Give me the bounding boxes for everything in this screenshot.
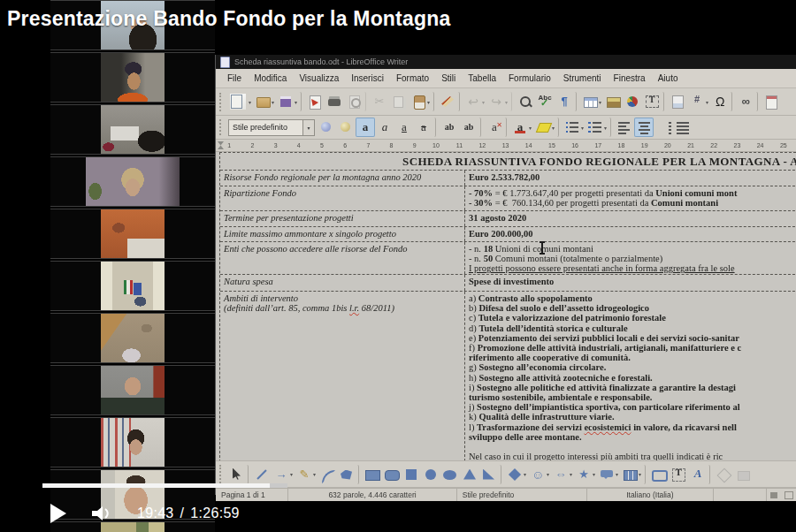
play-button[interactable] [50, 504, 66, 523]
double-arrow-icon[interactable]: ⇔ ▾ [551, 465, 574, 484]
arrow-icon[interactable]: → ▾ [272, 465, 295, 484]
menu-item[interactable]: Inserisci [345, 72, 390, 85]
menu-item[interactable]: Strumenti [557, 72, 608, 85]
align-center-icon[interactable] [634, 118, 654, 137]
copy-icon[interactable] [389, 92, 409, 111]
freeform-line-icon[interactable]: ✎ ▾ [295, 465, 318, 484]
toolbar-drag-handle[interactable] [219, 119, 224, 135]
ruler-number: 22 [702, 142, 725, 148]
video-progress-bar[interactable] [0, 483, 796, 488]
ruler-number: 23 [725, 142, 748, 148]
progress-played[interactable] [42, 483, 270, 488]
participant-2 [50, 52, 215, 103]
formatting-marks-icon[interactable]: ¶ [555, 92, 577, 111]
draw-textbox-icon[interactable]: T [669, 465, 688, 484]
right-triangle-icon[interactable] [479, 465, 501, 484]
hyperlink-icon[interactable]: ∞ [736, 92, 758, 111]
cut-icon[interactable]: ✂ [370, 92, 389, 111]
volume-button[interactable] [91, 505, 116, 522]
ruler-number: 2 [239, 142, 262, 148]
align-justify-icon[interactable] [673, 118, 693, 137]
font-color-icon[interactable]: a ▾ [510, 118, 533, 137]
clone-formatting-icon[interactable] [438, 92, 460, 111]
rectangle-icon[interactable] [363, 465, 382, 484]
flowchart-icon[interactable]: ▾ [620, 465, 646, 484]
table-cell: - 70% = € 1.773.647,40 per progetti pres… [465, 186, 796, 210]
special-character-icon[interactable]: Ω [710, 92, 732, 111]
select-arrow-icon[interactable] [226, 465, 249, 484]
menu-item[interactable]: Visualizza [293, 72, 345, 85]
menu-item[interactable]: Formato [390, 72, 435, 85]
italic-icon[interactable]: a [375, 118, 394, 137]
insert-textbox-icon[interactable]: T [642, 92, 664, 111]
menu-item[interactable]: Stili [435, 72, 462, 85]
edit-points-icon[interactable] [714, 465, 733, 484]
export-pdf-icon[interactable] [305, 92, 325, 111]
insert-field-icon[interactable]: # ▾ [687, 92, 710, 111]
toolbar-drag-handle[interactable] [219, 465, 224, 483]
progress-handle[interactable] [270, 483, 287, 488]
menu-item[interactable]: Formulario [502, 72, 557, 85]
line-icon[interactable] [252, 465, 272, 484]
rounded-rectangle-icon[interactable] [382, 465, 402, 484]
new-style-icon[interactable] [336, 118, 356, 137]
paragraph-style-combobox[interactable]: Stile predefinito ▾ [228, 119, 315, 136]
menu-item[interactable]: Finestra [608, 72, 652, 85]
numbered-list-icon[interactable]: ▾ [586, 118, 611, 137]
video-player-frame[interactable]: Presentazione Bando Fondo per la Montagn… [0, 0, 796, 532]
paste-icon[interactable]: ▾ [409, 92, 434, 111]
menu-item[interactable]: Modifica [248, 72, 293, 85]
clear-formatting-icon[interactable]: a [485, 118, 507, 137]
menu-item[interactable]: File [221, 72, 248, 85]
underline-icon[interactable]: a [394, 118, 414, 137]
chevron-down-icon[interactable]: ▾ [302, 120, 314, 135]
bold-icon[interactable]: a [356, 118, 375, 137]
star-icon[interactable]: ★ ▾ [574, 465, 597, 484]
menu-item[interactable]: Tabella [462, 72, 502, 85]
current-time: 19:43 [137, 505, 174, 521]
save-icon[interactable]: ▾ [276, 92, 302, 111]
open-icon[interactable]: ▾ [253, 92, 276, 111]
square-icon[interactable] [402, 465, 421, 484]
menu-item[interactable]: Aiuto [652, 72, 685, 85]
window-titlebar[interactable]: Scheda riassuntiva bando.odt - LibreOffi… [216, 55, 796, 69]
callout-outline-icon[interactable] [649, 465, 669, 484]
insert-table-icon[interactable]: ▾ [580, 92, 603, 111]
ellipse-icon[interactable] [440, 465, 460, 484]
strikethrough-icon[interactable]: a [414, 118, 436, 137]
diamond-icon[interactable]: ▾ [505, 465, 528, 484]
subscript-icon[interactable]: ab [459, 118, 481, 137]
insert-chart-icon[interactable] [623, 92, 642, 111]
table-row: Ripartizione Fondo- 70% = € 1.773.647,40… [220, 186, 796, 211]
curve-icon[interactable] [318, 465, 337, 484]
update-style-icon[interactable] [317, 118, 336, 137]
align-left-icon[interactable] [615, 118, 634, 137]
superscript-icon[interactable]: ab [440, 118, 459, 137]
align-right-icon[interactable] [654, 118, 673, 137]
bullet-list-icon[interactable]: ▾ [563, 118, 586, 137]
horizontal-ruler[interactable]: 1 2 3 4 5 6 7 8 9 10 11 12 [216, 140, 796, 152]
circle-icon[interactable] [421, 465, 440, 484]
find-replace-icon[interactable] [516, 92, 535, 111]
fontwork-icon[interactable]: A [688, 465, 710, 484]
spelling-icon[interactable]: Abc [535, 92, 555, 111]
redo-icon[interactable]: ↪ ▾ [486, 92, 512, 111]
print-icon[interactable] [325, 92, 344, 111]
ruler-number: 12 [471, 142, 494, 148]
smiley-icon[interactable]: ☺ ▾ [528, 465, 551, 484]
toolbar-drag-handle[interactable] [219, 93, 224, 111]
page-break-icon[interactable] [668, 92, 687, 111]
print-preview-icon[interactable] [344, 92, 366, 111]
extrusion-icon[interactable] [733, 465, 753, 484]
polygon-icon[interactable] [337, 465, 359, 484]
document-table: SCHEDA RIASSUNTIVA FONDO REGIONALE PER L… [219, 152, 796, 460]
triangle-icon[interactable] [460, 465, 479, 484]
insert-image-icon[interactable] [603, 92, 623, 111]
ruler-number: 13 [494, 142, 517, 148]
new-document-icon[interactable]: ▾ [226, 92, 253, 111]
document-edit-area[interactable]: SCHEDA RIASSUNTIVA FONDO REGIONALE PER L… [216, 152, 796, 460]
highlight-color-icon[interactable]: ▾ [533, 118, 559, 137]
insert-footnote-icon[interactable] [762, 92, 781, 111]
undo-icon[interactable]: ↩ ▾ [463, 92, 486, 111]
callout-icon[interactable]: ▾ [597, 465, 620, 484]
